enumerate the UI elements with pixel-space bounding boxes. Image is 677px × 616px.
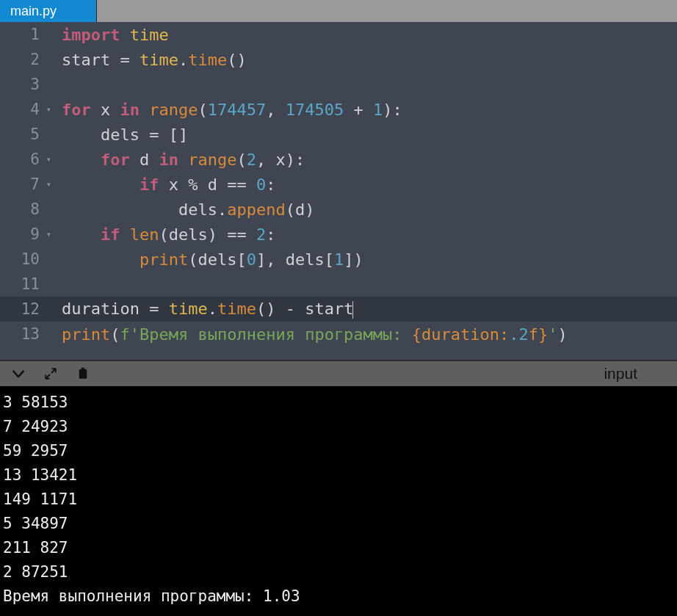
line-number: 8	[0, 200, 53, 218]
line-number: 1	[0, 26, 53, 43]
line-number: 11	[0, 275, 53, 293]
line-number: 3	[0, 76, 53, 93]
chevron-down-icon[interactable]	[10, 366, 26, 382]
fold-toggle-icon[interactable]: ▾	[46, 179, 51, 189]
line-number: 10	[0, 250, 53, 268]
code-line[interactable]: 13print(f'Время выполнения программы: {d…	[0, 322, 677, 347]
input-label[interactable]: input	[604, 365, 667, 383]
console-output: 3 58153 7 24923 59 2957 13 13421 149 117…	[0, 386, 677, 616]
code-content[interactable]: print(dels[0], dels[1])	[53, 250, 363, 269]
code-line[interactable]: 2start = time.time()	[0, 47, 677, 72]
code-content[interactable]: print(f'Время выполнения программы: {dur…	[53, 325, 568, 344]
fold-toggle-icon[interactable]: ▾	[46, 154, 51, 164]
line-number: 9▾	[0, 225, 53, 243]
line-number: 12	[0, 300, 53, 318]
code-content[interactable]: if x % d == 0:	[53, 175, 275, 194]
code-line[interactable]: 11	[0, 272, 677, 297]
expand-icon[interactable]	[43, 366, 59, 382]
code-line[interactable]: 9▾ if len(dels) == 2:	[0, 222, 677, 247]
fold-toggle-icon[interactable]: ▾	[46, 104, 51, 115]
tab-bar: main.py	[0, 0, 677, 22]
code-line[interactable]: 7▾ if x % d == 0:	[0, 172, 677, 197]
code-content[interactable]: for d in range(2, x):	[53, 151, 305, 169]
line-number: 6▾	[0, 151, 53, 168]
code-content[interactable]: dels.append(d)	[53, 200, 314, 219]
code-line[interactable]: 5 dels = []	[0, 122, 677, 147]
code-content[interactable]: dels = []	[53, 126, 188, 144]
code-content[interactable]: import time	[53, 26, 169, 44]
code-line[interactable]: 4▾for x in range(174457, 174505 + 1):	[0, 97, 677, 122]
code-content[interactable]: if len(dels) == 2:	[53, 225, 275, 244]
code-content[interactable]: for x in range(174457, 174505 + 1):	[53, 101, 402, 119]
tab-label: main.py	[10, 4, 57, 19]
line-number: 5	[0, 126, 53, 143]
line-number: 2	[0, 51, 53, 68]
code-line[interactable]: 12duration = time.time() - start	[0, 297, 677, 322]
code-content[interactable]: start = time.time()	[53, 51, 247, 69]
code-editor[interactable]: 1import time2start = time.time()34▾for x…	[0, 22, 677, 360]
code-line[interactable]: 8 dels.append(d)	[0, 197, 677, 222]
clipboard-icon[interactable]	[75, 366, 91, 382]
line-number: 13	[0, 325, 53, 343]
code-line[interactable]: 6▾ for d in range(2, x):	[0, 147, 677, 172]
code-content[interactable]: duration = time.time() - start	[53, 300, 353, 319]
line-number: 7▾	[0, 175, 53, 193]
console-toolbar: input	[0, 360, 677, 386]
svg-rect-1	[82, 368, 85, 371]
tab-main-py[interactable]: main.py	[0, 0, 97, 22]
code-line[interactable]: 10 print(dels[0], dels[1])	[0, 247, 677, 272]
line-number: 4▾	[0, 101, 53, 118]
code-line[interactable]: 1import time	[0, 22, 677, 47]
fold-toggle-icon[interactable]: ▾	[46, 229, 51, 239]
code-line[interactable]: 3	[0, 72, 677, 97]
svg-rect-0	[79, 369, 87, 379]
